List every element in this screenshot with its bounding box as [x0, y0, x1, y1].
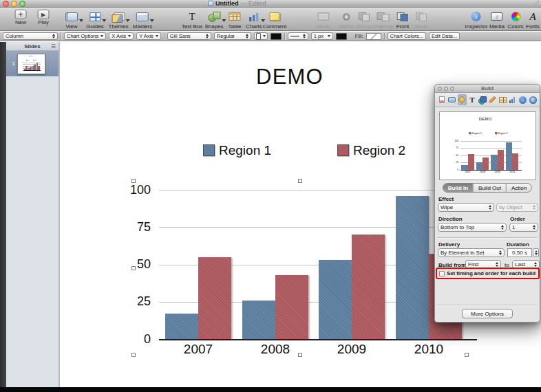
text-box-button[interactable]: Text Box — [182, 10, 203, 30]
font-style-popup[interactable]: Regular — [214, 32, 251, 40]
direction-label: Direction — [438, 216, 463, 222]
inspector-title-bar[interactable]: Build — [435, 85, 540, 93]
chart-type-popup[interactable]: Column — [3, 32, 58, 40]
colors-button[interactable]: Colors — [507, 10, 523, 30]
chart-bar — [38, 66, 40, 71]
chart-bar[interactable] — [275, 275, 308, 339]
mask-button: Mask — [317, 10, 330, 30]
selection-handle[interactable] — [131, 353, 136, 357]
stroke-width-popup[interactable]: 1 px — [311, 32, 333, 40]
legend-swatch[interactable] — [337, 144, 349, 156]
new-button[interactable]: New — [15, 10, 27, 25]
chart-options-button[interactable]: Chart Options — [64, 32, 106, 40]
close-window-button[interactable] — [3, 1, 9, 7]
shapes-button[interactable]: Shapes — [204, 10, 223, 30]
slide-thumbnail[interactable]: DEMORegion 1Region 202550751002007200820… — [17, 54, 45, 74]
slide-inspector-icon[interactable] — [447, 94, 456, 105]
legend-label: Region 2 — [34, 60, 37, 61]
color-swatch — [256, 33, 261, 40]
slide-thumbnail-row[interactable]: 1 DEMORegion 1Region 2025507510020072008… — [6, 51, 59, 76]
fonts-button[interactable]: Fonts — [526, 10, 540, 30]
table-button[interactable]: Table — [228, 10, 241, 30]
y-tick-label: 25 — [21, 68, 23, 69]
chart-inspector-icon[interactable] — [508, 94, 517, 105]
x-axis-line — [159, 339, 477, 340]
masters-button[interactable]: Masters — [133, 10, 152, 30]
chart-bar[interactable] — [396, 196, 429, 339]
more-options-button[interactable]: More Options — [462, 309, 513, 318]
inspector-window-title: Build — [481, 85, 494, 91]
zoom-window-button[interactable] — [450, 87, 454, 91]
chart-bar[interactable] — [319, 260, 352, 339]
chart-colors-button[interactable]: Chart Colors... — [388, 32, 426, 40]
title-bar: Untitled — Edited ⤢ — [0, 0, 541, 8]
media-button[interactable]: Media — [489, 10, 505, 30]
document-inspector-icon[interactable] — [437, 94, 446, 105]
masters-icon — [136, 12, 149, 21]
metrics-inspector-icon[interactable] — [488, 94, 497, 105]
text-color-well[interactable] — [254, 32, 268, 40]
keynote-window: Untitled — Edited ⤢ New Play View Guides… — [0, 0, 541, 392]
y-axis-button[interactable]: Y Axis — [136, 32, 161, 40]
selection-handle[interactable] — [465, 353, 469, 357]
delivery-popup[interactable]: By Element in Set — [438, 248, 505, 257]
tab-build-in[interactable]: Build In — [443, 184, 474, 192]
build-inspector-icon[interactable] — [458, 94, 467, 105]
legend-swatch — [469, 132, 471, 134]
graphic-inspector-icon[interactable] — [478, 94, 487, 105]
guides-button[interactable]: Guides — [86, 10, 103, 30]
effect-popup[interactable]: Wipe — [438, 203, 494, 212]
view-button[interactable]: View — [65, 10, 78, 30]
legend-label[interactable]: Region 2 — [353, 143, 405, 158]
chart-title[interactable]: DEMO — [256, 65, 323, 89]
comment-button[interactable]: Comment — [263, 10, 287, 30]
y-tick-label: 50 — [452, 154, 458, 157]
hyperlink-inspector-icon[interactable] — [518, 94, 527, 105]
stroke-color-well[interactable] — [336, 33, 347, 40]
direction-popup[interactable]: Bottom to Top — [438, 223, 507, 232]
text-inspector-icon[interactable] — [467, 94, 476, 105]
tab-action[interactable]: Action — [507, 184, 531, 192]
chart-bar[interactable] — [165, 314, 198, 339]
selection-handle[interactable] — [131, 266, 136, 270]
legend-swatch[interactable] — [203, 144, 215, 156]
media-icon — [491, 12, 502, 21]
chart-bar[interactable] — [352, 235, 385, 339]
inspector-button[interactable]: Inspector — [465, 10, 488, 30]
quicktime-inspector-icon[interactable] — [529, 94, 538, 105]
duration-stepper[interactable] — [533, 248, 539, 257]
fill-color-well[interactable] — [366, 33, 381, 40]
tab-build-out[interactable]: Build Out — [474, 184, 507, 192]
text-color-black-well[interactable] — [270, 33, 282, 40]
legend-label[interactable]: Region 1 — [219, 143, 271, 158]
x-axis-button[interactable]: X Axis — [109, 32, 134, 40]
toolbar-widget-icon[interactable]: ⤢ — [535, 0, 539, 6]
selection-handle[interactable] — [298, 179, 302, 183]
group-icon — [359, 12, 370, 21]
selection-handle[interactable] — [298, 353, 302, 357]
table-inspector-icon[interactable] — [498, 94, 507, 105]
legend-swatch — [495, 132, 497, 134]
font-family-popup[interactable]: Gill Sans — [167, 32, 211, 40]
close-window-button[interactable] — [438, 87, 442, 91]
duration-field[interactable]: 0.50 s — [507, 248, 532, 257]
line-style-popup[interactable] — [288, 32, 308, 40]
chart-bar[interactable] — [198, 257, 231, 339]
play-button[interactable]: Play — [38, 10, 50, 25]
y-tick-label: 100 — [21, 62, 23, 63]
minimize-window-button[interactable] — [11, 1, 17, 7]
chart-title: DEMO — [29, 56, 32, 56]
zoom-window-button[interactable] — [19, 1, 25, 7]
divider — [164, 33, 165, 40]
minimize-window-button[interactable] — [444, 87, 448, 91]
charts-button[interactable]: Charts — [246, 10, 262, 30]
edit-data-button[interactable]: Edit Data... — [429, 32, 460, 40]
chart-bar — [461, 165, 467, 170]
navigator-options-icon[interactable]: ☰ — [51, 43, 56, 50]
set-timing-checkbox[interactable] — [439, 271, 445, 276]
chart-bar[interactable] — [242, 301, 275, 339]
front-button[interactable]: Front — [396, 10, 410, 30]
selection-handle[interactable] — [131, 179, 136, 183]
order-popup[interactable]: 1 — [509, 223, 538, 232]
themes-button[interactable]: Themes — [109, 10, 129, 30]
